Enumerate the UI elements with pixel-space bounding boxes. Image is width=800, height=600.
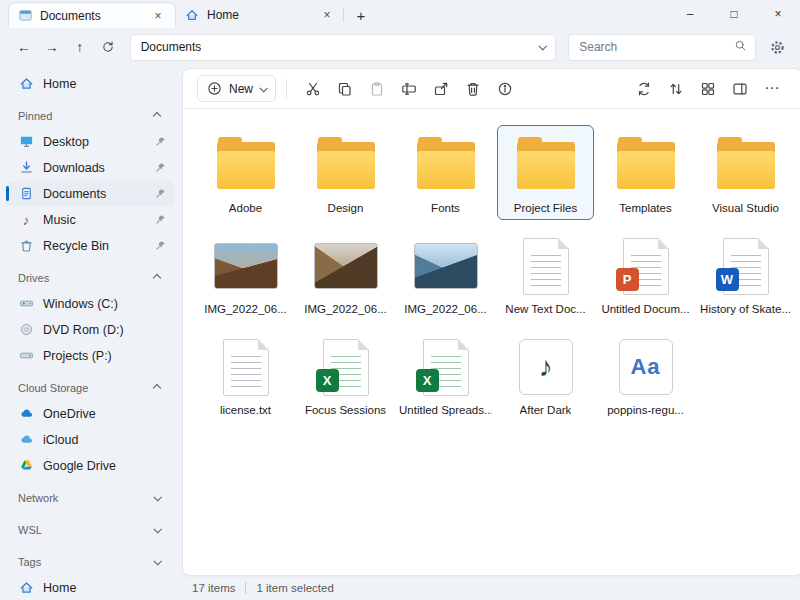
section-label: Cloud Storage [18,382,88,394]
section-network[interactable]: Network [0,486,180,510]
back-icon[interactable]: ← [12,34,36,60]
section-cloud-storage[interactable]: Cloud Storage [0,376,180,400]
paste-icon[interactable] [363,75,391,103]
sidebar-item-recycle-bin[interactable]: Recycle Bin [6,233,174,258]
section-pinned[interactable]: Pinned [0,104,180,128]
file-tile-selected[interactable]: Project Files [497,125,594,220]
tab-home[interactable]: Home × [176,2,344,28]
downloads-icon [18,160,34,176]
sidebar-item-icloud[interactable]: iCloud [6,427,174,452]
file-tile[interactable]: W History of Skate... [697,226,794,321]
file-tile[interactable]: P Untitled Docum... [597,226,694,321]
maximize-icon[interactable]: □ [712,0,756,27]
file-label: Untitled Spreads... [399,404,492,416]
sidebar-item-google-drive[interactable]: Google Drive [6,453,174,478]
sidebar-item-home-bottom[interactable]: Home [6,575,174,600]
status-bar: 17 items 1 item selected [182,576,800,600]
file-tile[interactable]: Design [297,125,394,220]
file-tile[interactable]: X Untitled Spreads... [397,327,494,422]
file-label: New Text Doc... [505,303,585,315]
onedrive-cloud-icon [18,406,34,422]
file-tile[interactable]: IMG_2022_06... [197,226,294,321]
sidebar-item-music[interactable]: ♪ Music [6,207,174,232]
file-label: IMG_2022_06... [204,303,286,315]
settings-gear-icon[interactable] [764,34,790,60]
up-icon[interactable]: ↑ [68,34,92,60]
search-box[interactable] [568,34,756,61]
sidebar-item-label: Windows (C:) [43,297,118,311]
file-tile[interactable]: Templates [597,125,694,220]
rename-icon[interactable] [395,75,423,103]
new-tab-button[interactable]: + [348,2,374,28]
file-tile[interactable]: license.txt [197,327,294,422]
section-wsl[interactable]: WSL [0,518,180,542]
text-file-icon [523,236,569,296]
file-tile[interactable]: New Text Doc... [497,226,594,321]
tab-close-icon[interactable]: × [149,7,167,25]
sidebar-item-label: iCloud [43,433,78,447]
file-browser-panel: New [182,68,800,576]
file-label: Untitled Docum... [601,303,689,315]
properties-icon[interactable] [491,75,519,103]
file-tile[interactable]: Fonts [397,125,494,220]
sidebar-item-downloads[interactable]: Downloads [6,155,174,180]
chevron-up-icon [153,112,161,120]
forward-icon[interactable]: → [40,34,64,60]
file-label: Visual Studio [712,202,779,214]
minimize-icon[interactable]: – [668,0,712,27]
sort-icon[interactable] [662,75,690,103]
tab-documents[interactable]: Documents × [8,2,176,28]
sidebar-item-label: Home [43,77,76,91]
command-bar-right: … [628,75,788,103]
file-label: Focus Sessions [305,404,386,416]
selection-count: 1 item selected [256,582,333,594]
copy-icon[interactable] [331,75,359,103]
sidebar-item-documents[interactable]: Documents [6,181,174,206]
item-count: 17 items [192,582,235,594]
preview-pane-icon[interactable] [726,75,754,103]
see-more-icon[interactable]: … [758,75,786,103]
sidebar-item-desktop[interactable]: Desktop [6,129,174,154]
sidebar-item-onedrive[interactable]: OneDrive [6,401,174,426]
file-label: Fonts [431,202,460,214]
file-tile[interactable]: Adobe [197,125,294,220]
chevron-down-icon [153,493,161,501]
search-input[interactable] [579,40,734,54]
refresh-icon[interactable] [96,34,120,60]
file-label: Project Files [514,202,577,214]
view-icon[interactable] [694,75,722,103]
chevron-down-icon[interactable] [539,42,547,50]
share-icon[interactable] [427,75,455,103]
file-tile[interactable]: X Focus Sessions [297,327,394,422]
address-bar[interactable]: Documents [130,34,557,61]
sidebar-item-home[interactable]: Home [6,71,174,96]
sync-icon[interactable] [630,75,658,103]
file-tile[interactable]: ♪ After Dark [497,327,594,422]
new-button-label: New [229,82,253,96]
chevron-down-icon [259,84,267,92]
close-icon[interactable]: × [756,0,800,27]
cut-icon[interactable] [299,75,327,103]
section-drives[interactable]: Drives [0,266,180,290]
pin-icon [155,136,166,147]
recycle-bin-icon [18,238,34,254]
navigation-bar: ← → ↑ Documents [0,28,800,66]
file-tile[interactable]: Visual Studio [697,125,794,220]
sidebar-item-label: Projects (P:) [43,349,112,363]
sidebar-item-projects[interactable]: Projects (P:) [6,343,174,368]
section-tags[interactable]: Tags [0,550,180,574]
folder-icon [217,135,275,195]
sidebar-item-label: Music [43,213,76,227]
new-button[interactable]: New [197,75,276,102]
search-icon [734,39,747,55]
delete-icon[interactable] [459,75,487,103]
file-tile[interactable]: IMG_2022_06... [297,226,394,321]
file-tile[interactable]: Aa poppins-regu... [597,327,694,422]
file-tile[interactable]: IMG_2022_06... [397,226,494,321]
tab-close-icon[interactable]: × [318,6,336,24]
file-label: History of Skate... [700,303,791,315]
sidebar-item-windows-c[interactable]: Windows (C:) [6,291,174,316]
section-label: Tags [18,556,41,568]
sidebar-item-dvd-rom[interactable]: DVD Rom (D:) [6,317,174,342]
file-label: After Dark [520,404,572,416]
